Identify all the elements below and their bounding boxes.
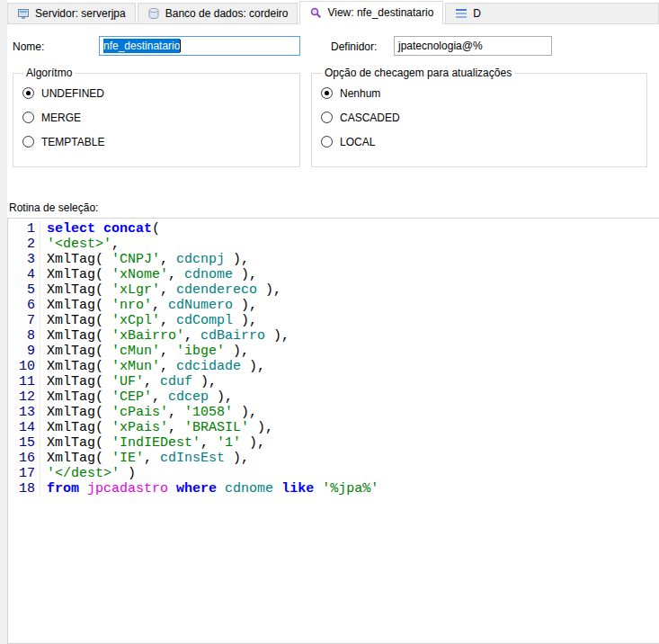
line-number: 16 — [8, 451, 40, 466]
radio-undefined[interactable]: UNDEFINED — [22, 86, 290, 100]
nome-input[interactable]: nfe_destinatario — [99, 36, 300, 56]
radio-merge[interactable]: MERGE — [22, 111, 290, 124]
code-text: XmlTag( 'xMun', cdcidade ), — [40, 359, 265, 374]
radio-local[interactable]: LOCAL — [321, 135, 637, 148]
radio-label[interactable]: TEMPTABLE — [41, 136, 104, 148]
line-number: 18 — [8, 481, 40, 496]
radio-button[interactable] — [321, 112, 333, 123]
code-line: 9XmlTag( 'cMun', 'ibge' ), — [8, 344, 659, 359]
code-line: 4XmlTag( 'xNome', cdnome ), — [8, 267, 659, 282]
code-text: select concat( — [40, 221, 160, 237]
definidor-input[interactable]: jpatecnologia@% — [394, 36, 552, 56]
code-line: 8XmlTag( 'xBairro', cdBairro ), — [8, 328, 659, 344]
code-line: 5XmlTag( 'xLgr', cdendereco ), — [8, 282, 659, 298]
grid-icon — [455, 7, 468, 20]
line-number: 13 — [8, 405, 40, 420]
rotina-label: Rotina de seleção: — [9, 201, 98, 214]
code-text: XmlTag( 'xNome', cdnome ), — [40, 267, 257, 282]
line-number: 4 — [8, 267, 40, 282]
code-text: XmlTag( 'nro', cdNumero ), — [40, 298, 257, 313]
code-line: 3XmlTag( 'CNPJ', cdcnpj ), — [8, 252, 659, 267]
tab-servidor[interactable]: Servidor: serverjpa — [7, 3, 136, 23]
code-text: from jpcadastro where cdnome like '%jpa%… — [40, 481, 378, 496]
code-line: 16XmlTag( 'IE', cdInsEst ), — [8, 451, 659, 466]
code-lines: 1select concat(2'<dest>',3XmlTag( 'CNPJ'… — [8, 221, 659, 496]
line-number: 9 — [8, 344, 40, 359]
code-line: 1select concat( — [8, 221, 659, 237]
code-text: XmlTag( 'cPais', '1058' ), — [40, 405, 257, 420]
code-text: '</dest>' ) — [40, 466, 136, 481]
line-number: 5 — [8, 282, 40, 298]
code-line: 10XmlTag( 'xMun', cdcidade ), — [8, 359, 659, 374]
checagem-group-title: Opção de checagem para atualizações — [322, 67, 514, 79]
code-text: XmlTag( 'xBairro', cdBairro ), — [40, 328, 289, 344]
code-text: XmlTag( 'IE', cdInsEst ), — [40, 451, 249, 466]
code-line: 6XmlTag( 'nro', cdNumero ), — [8, 298, 659, 313]
tab-view[interactable]: View: nfe_destinatario — [299, 1, 443, 24]
tab-label: View: nfe_destinatario — [327, 6, 433, 19]
radio-label[interactable]: LOCAL — [340, 136, 375, 148]
code-text: XmlTag( 'UF', cduf ), — [40, 374, 217, 389]
code-text: XmlTag( 'IndIEDest', '1' ), — [40, 435, 265, 451]
line-number: 17 — [8, 466, 40, 481]
radio-label[interactable]: CASCADED — [340, 112, 400, 124]
tab-banco-de-dados[interactable]: Banco de dados: cordeiro — [138, 3, 298, 23]
code-text: XmlTag( 'CEP', cdcep ), — [40, 389, 233, 405]
radio-cascaded[interactable]: CASCADED — [321, 111, 637, 124]
server-icon — [17, 7, 30, 20]
tab-label: D — [473, 7, 481, 20]
code-line: 14XmlTag( 'xPais', 'BRASIL' ), — [8, 420, 659, 435]
database-icon — [147, 7, 160, 20]
line-number: 2 — [8, 237, 40, 252]
tab-label: Banco de dados: cordeiro — [165, 7, 289, 20]
code-text: XmlTag( 'xLgr', cdendereco ), — [40, 282, 281, 298]
code-text: XmlTag( 'xPais', 'BRASIL' ), — [40, 420, 273, 435]
code-line: 15XmlTag( 'IndIEDest', '1' ), — [8, 435, 659, 451]
sql-editor[interactable]: 1select concat(2'<dest>',3XmlTag( 'CNPJ'… — [7, 218, 659, 644]
view-icon — [309, 6, 322, 19]
text-caret — [180, 40, 181, 52]
tab-label: Servidor: serverjpa — [35, 7, 126, 20]
line-number: 11 — [8, 374, 40, 389]
line-number: 14 — [8, 420, 40, 435]
tab-bar: Servidor: serverjpa Banco de dados: cord… — [7, 0, 659, 24]
definidor-label: Definidor: — [331, 40, 377, 54]
line-number: 10 — [8, 359, 40, 374]
radio-button[interactable] — [22, 87, 34, 99]
radio-button[interactable] — [22, 136, 34, 148]
algoritmo-groupbox: Algorítmo UNDEFINED MERGE TEMPTABLE — [13, 67, 300, 167]
radio-label[interactable]: MERGE — [41, 112, 81, 124]
code-line: 12XmlTag( 'CEP', cdcep ), — [8, 389, 659, 405]
window-left-edge — [0, 0, 7, 644]
code-line: 7XmlTag( 'xCpl', cdCompl ), — [8, 313, 659, 328]
radio-button[interactable] — [321, 87, 333, 99]
code-text: XmlTag( 'cMun', 'ibge' ), — [40, 344, 249, 359]
radio-label[interactable]: Nenhum — [340, 87, 380, 100]
radio-button[interactable] — [321, 136, 333, 148]
code-line: 17'</dest>' ) — [8, 466, 659, 481]
line-number: 7 — [8, 313, 40, 328]
nome-input-value: nfe_destinatario — [103, 39, 180, 53]
code-line: 11XmlTag( 'UF', cduf ), — [8, 374, 659, 389]
algoritmo-group-title: Algorítmo — [23, 67, 75, 79]
line-number: 8 — [8, 328, 40, 344]
radio-label[interactable]: UNDEFINED — [41, 87, 104, 100]
radio-nenhum[interactable]: Nenhum — [321, 86, 637, 100]
code-line: 2'<dest>', — [8, 237, 659, 252]
line-number: 15 — [8, 435, 40, 451]
tab-dados[interactable]: D — [445, 3, 659, 23]
code-text: XmlTag( 'xCpl', cdCompl ), — [40, 313, 257, 328]
code-line: 18from jpcadastro where cdnome like '%jp… — [8, 481, 659, 496]
checagem-groupbox: Opção de checagem para atualizações Nenh… — [311, 67, 647, 167]
radio-button[interactable] — [22, 112, 34, 123]
code-text: XmlTag( 'CNPJ', cdcnpj ), — [40, 252, 249, 267]
line-number: 12 — [8, 389, 40, 405]
line-number: 1 — [8, 221, 40, 237]
line-number: 6 — [8, 298, 40, 313]
radio-temptable[interactable]: TEMPTABLE — [22, 135, 290, 148]
nome-label: Nome: — [13, 40, 44, 54]
definidor-input-value: jpatecnologia@% — [398, 40, 483, 52]
line-number: 3 — [8, 252, 40, 267]
code-text: '<dest>', — [40, 237, 120, 252]
code-line: 13XmlTag( 'cPais', '1058' ), — [8, 405, 659, 420]
